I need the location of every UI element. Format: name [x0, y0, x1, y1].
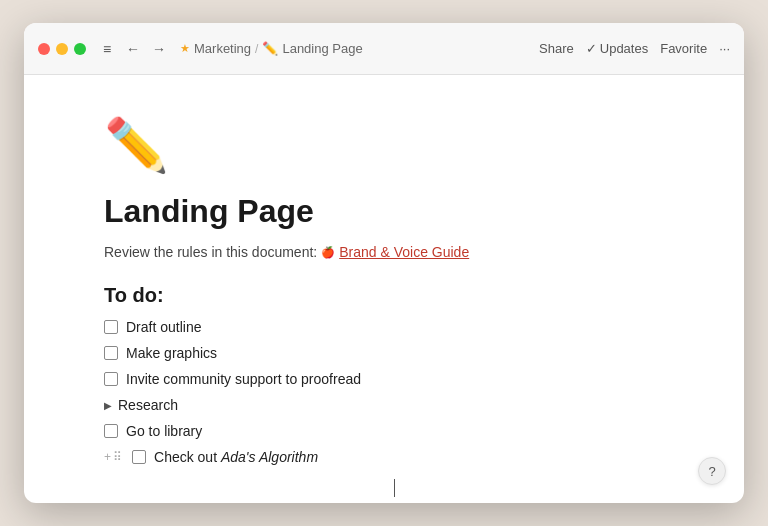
back-icon: ←	[126, 41, 140, 57]
breadcrumb-landing-label: Landing Page	[282, 41, 362, 56]
apple-icon: 🍎	[321, 246, 335, 259]
menu-button[interactable]: ≡	[96, 38, 118, 60]
list-item: Make graphics	[104, 343, 684, 363]
todo-list: Draft outline Make graphics Invite commu…	[104, 317, 684, 467]
check-icon: ✓	[586, 41, 597, 56]
breadcrumb-marketing[interactable]: ★ Marketing	[180, 41, 251, 56]
updates-label: Updates	[600, 41, 648, 56]
todo-label: Draft outline	[126, 319, 201, 335]
list-item: Draft outline	[104, 317, 684, 337]
toggle-research[interactable]: ▶ Research	[104, 395, 684, 415]
cursor-area[interactable]	[104, 467, 684, 503]
todo-label: Invite community support to proofread	[126, 371, 361, 387]
minimize-button[interactable]	[56, 43, 68, 55]
todo-label: Make graphics	[126, 345, 217, 361]
back-button[interactable]: ←	[122, 38, 144, 60]
checkbox-draft-outline[interactable]	[104, 320, 118, 334]
forward-button[interactable]: →	[148, 38, 170, 60]
item-controls: + ⠿	[104, 450, 122, 464]
list-item: Go to library	[104, 421, 684, 441]
page-content: ✏️ Landing Page Review the rules in this…	[24, 75, 744, 503]
checkbox-invite-community[interactable]	[104, 372, 118, 386]
subtitle-text: Review the rules in this document:	[104, 244, 317, 260]
forward-icon: →	[152, 41, 166, 57]
breadcrumb-marketing-label: Marketing	[194, 41, 251, 56]
titlebar: ≡ ← → ★ Marketing / ✏️ Landing Page Shar…	[24, 23, 744, 75]
question-mark-icon: ?	[708, 464, 715, 479]
breadcrumb-landing-page[interactable]: ✏️ Landing Page	[262, 41, 362, 56]
todo-label: Research	[118, 397, 178, 413]
app-window: ≡ ← → ★ Marketing / ✏️ Landing Page Shar…	[24, 23, 744, 503]
star-icon: ★	[180, 42, 190, 55]
checkbox-make-graphics[interactable]	[104, 346, 118, 360]
chevron-right-icon: ▶	[104, 400, 112, 411]
maximize-button[interactable]	[74, 43, 86, 55]
share-label: Share	[539, 41, 574, 56]
todo-label: Check out Ada's Algorithm	[154, 449, 318, 465]
checkbox-go-to-library[interactable]	[104, 424, 118, 438]
favorite-label: Favorite	[660, 41, 707, 56]
close-button[interactable]	[38, 43, 50, 55]
updates-button[interactable]: ✓ Updates	[586, 41, 648, 56]
more-button[interactable]: ···	[719, 41, 730, 56]
more-icon: ···	[719, 41, 730, 56]
drag-icon[interactable]: ⠿	[113, 450, 122, 464]
pencil-icon: ✏️	[262, 41, 278, 56]
breadcrumb-separator: /	[255, 42, 258, 56]
section-heading: To do:	[104, 284, 684, 307]
brand-voice-guide-link[interactable]: Brand & Voice Guide	[339, 244, 469, 260]
favorite-button[interactable]: Favorite	[660, 41, 707, 56]
add-icon[interactable]: +	[104, 450, 111, 464]
list-item: Invite community support to proofread	[104, 369, 684, 389]
titlebar-actions: Share ✓ Updates Favorite ···	[539, 41, 730, 56]
hamburger-icon: ≡	[103, 41, 111, 57]
traffic-lights	[38, 43, 86, 55]
text-cursor	[394, 479, 395, 497]
italic-text: Ada's Algorithm	[221, 449, 318, 465]
help-button[interactable]: ?	[698, 457, 726, 485]
page-icon: ✏️	[104, 115, 684, 176]
page-subtitle: Review the rules in this document: 🍎 Bra…	[104, 244, 684, 260]
nav-controls: ≡ ← →	[96, 38, 170, 60]
checkbox-check-out[interactable]	[132, 450, 146, 464]
list-item: + ⠿ Check out Ada's Algorithm	[104, 447, 684, 467]
share-button[interactable]: Share	[539, 41, 574, 56]
page-title: Landing Page	[104, 192, 684, 230]
todo-label: Go to library	[126, 423, 202, 439]
breadcrumb: ★ Marketing / ✏️ Landing Page	[180, 41, 363, 56]
